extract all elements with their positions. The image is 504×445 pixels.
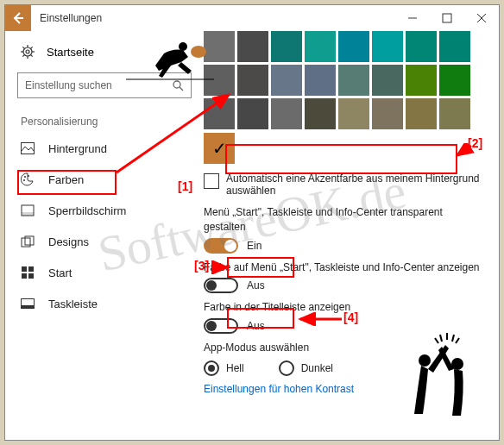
radio-dark[interactable]: Dunkel: [279, 360, 333, 376]
color-swatch[interactable]: [338, 65, 369, 96]
svg-rect-24: [22, 266, 27, 272]
sidebar-item-label: Sperrbildschirm: [48, 204, 126, 217]
sidebar-item-taskbar[interactable]: Taskleiste: [5, 288, 204, 319]
auto-accent-row: Automatisch eine Akzentfarbe aus meinem …: [204, 172, 487, 197]
svg-point-17: [24, 176, 26, 178]
selected-color-swatch[interactable]: [204, 133, 235, 164]
color-swatch[interactable]: [237, 65, 268, 96]
sidebar-item-label: Farben: [48, 173, 84, 186]
transparent-label: Menü „Start", Taskleiste und Info-Center…: [204, 205, 487, 235]
svg-point-19: [23, 179, 25, 181]
color-swatch[interactable]: [372, 98, 403, 129]
color-swatch[interactable]: [237, 31, 268, 62]
show-color-label: Farbe auf Menü „Start", Taskleiste und I…: [204, 260, 487, 275]
svg-line-11: [31, 55, 33, 57]
app-mode-radios: Hell Dunkel: [204, 360, 487, 376]
search-input[interactable]: Einstellung suchen: [17, 72, 192, 98]
section-header: Personalisierung: [5, 107, 204, 133]
svg-point-4: [23, 47, 32, 56]
themes-icon: [21, 235, 35, 248]
svg-point-5: [26, 50, 29, 53]
picture-icon: [21, 141, 35, 155]
color-swatch[interactable]: [406, 65, 437, 96]
close-icon: [476, 13, 487, 23]
svg-point-14: [173, 81, 180, 88]
show-color-state: Aus: [247, 279, 265, 291]
color-swatch[interactable]: [305, 98, 336, 129]
titlebar-color-toggle[interactable]: [204, 318, 238, 334]
auto-accent-checkbox[interactable]: [204, 173, 219, 189]
color-swatch[interactable]: [439, 98, 470, 129]
radio-circle-icon: [279, 360, 294, 376]
maximize-button[interactable]: [430, 5, 464, 31]
svg-rect-27: [28, 273, 34, 279]
radio-light-label: Hell: [226, 362, 244, 374]
radio-dark-label: Dunkel: [301, 362, 333, 374]
svg-line-10: [22, 47, 24, 48]
svg-point-18: [28, 175, 29, 177]
color-swatch[interactable]: [204, 31, 235, 62]
sidebar-item-label: Hintergrund: [48, 142, 107, 155]
sidebar: Startseite Einstellung suchen Personalis…: [5, 31, 204, 440]
svg-rect-29: [22, 305, 35, 309]
show-color-toggle-row: Aus: [204, 278, 487, 293]
transparent-toggle-row: Ein: [204, 238, 487, 254]
svg-line-12: [22, 55, 24, 57]
lockscreen-icon: [21, 204, 35, 217]
color-swatch[interactable]: [372, 31, 403, 62]
color-swatch[interactable]: [305, 65, 336, 96]
window-controls: [395, 5, 499, 31]
auto-accent-label: Automatisch eine Akzentfarbe aus meinem …: [226, 172, 487, 197]
back-button[interactable]: [5, 5, 31, 31]
color-swatch[interactable]: [372, 65, 403, 96]
color-swatch[interactable]: [406, 31, 437, 62]
titlebar-color-state: Aus: [247, 320, 265, 332]
palette-icon: [21, 172, 35, 186]
sidebar-item-label: Taskleiste: [48, 298, 98, 310]
sidebar-item-lockscreen[interactable]: Sperrbildschirm: [5, 195, 204, 226]
home-link[interactable]: Startseite: [5, 40, 204, 64]
radio-light[interactable]: Hell: [204, 360, 244, 376]
color-swatch[interactable]: [204, 98, 235, 129]
color-swatches: [204, 31, 487, 129]
titlebar: Einstellungen: [5, 5, 499, 31]
sidebar-item-start[interactable]: Start: [5, 257, 204, 288]
search-icon: [172, 79, 184, 91]
show-color-toggle[interactable]: [204, 278, 238, 293]
svg-rect-26: [22, 273, 27, 279]
transparent-toggle[interactable]: [204, 238, 238, 254]
color-swatch[interactable]: [338, 31, 369, 62]
color-swatch[interactable]: [271, 98, 302, 129]
color-swatch[interactable]: [439, 65, 470, 96]
color-swatch[interactable]: [439, 31, 470, 62]
minimize-button[interactable]: [395, 5, 430, 31]
color-swatch[interactable]: [271, 31, 302, 62]
sidebar-item-background[interactable]: Hintergrund: [5, 133, 204, 164]
color-swatch[interactable]: [338, 98, 369, 129]
settings-window: Einstellungen Startseite Einstellung suc…: [4, 4, 500, 441]
transparent-state: Ein: [247, 240, 261, 252]
home-label: Startseite: [47, 46, 94, 59]
high-contrast-link[interactable]: Einstellungen für hohen Kontrast: [204, 383, 487, 395]
sidebar-item-colors[interactable]: Farben: [5, 164, 204, 195]
window-title: Einstellungen: [31, 12, 395, 24]
close-button[interactable]: [464, 5, 499, 31]
back-arrow-icon: [11, 11, 25, 25]
minimize-icon: [407, 13, 418, 23]
svg-line-15: [180, 87, 183, 91]
maximize-icon: [442, 13, 452, 23]
app-mode-label: App-Modus auswählen: [204, 341, 487, 355]
svg-rect-21: [22, 212, 34, 216]
color-swatch[interactable]: [204, 65, 235, 96]
taskbar-icon: [21, 297, 35, 310]
radio-circle-icon: [204, 360, 219, 376]
sidebar-item-themes[interactable]: Designs: [5, 226, 204, 257]
color-swatch[interactable]: [406, 98, 437, 129]
window-body: Startseite Einstellung suchen Personalis…: [5, 31, 499, 440]
svg-rect-1: [443, 14, 451, 22]
color-swatch[interactable]: [237, 98, 268, 129]
search-placeholder: Einstellung suchen: [25, 79, 172, 91]
color-swatch[interactable]: [271, 65, 302, 96]
content-panel: Automatisch eine Akzentfarbe aus meinem …: [204, 31, 499, 440]
color-swatch[interactable]: [305, 31, 336, 62]
